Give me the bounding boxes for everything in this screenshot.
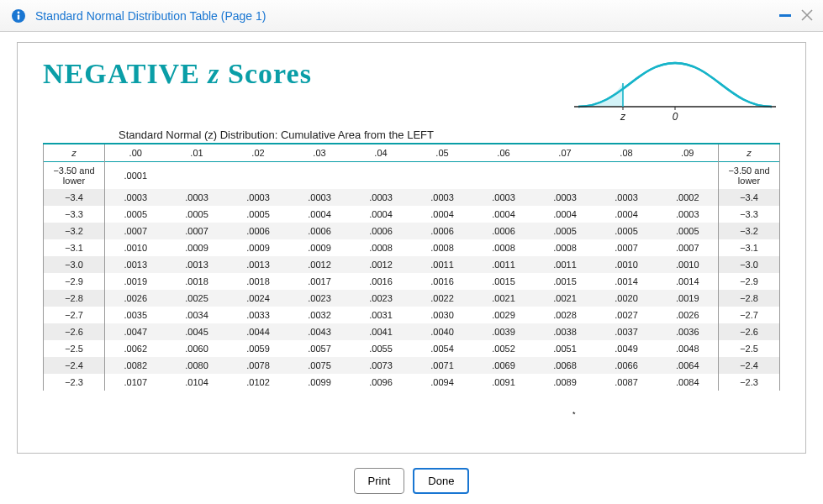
table-row: −2.8.0026.0025.0024.0023.0023.0022.0021.… — [44, 290, 780, 307]
z-cell: .0071 — [412, 357, 473, 374]
z-cell: .0015 — [473, 273, 535, 290]
z-cell: .0038 — [535, 323, 596, 340]
z-table-col-header: .02 — [228, 144, 289, 162]
z-cell: .0102 — [228, 374, 289, 391]
z-cell: .0080 — [166, 357, 228, 374]
z-cell: .0006 — [228, 223, 289, 239]
z-cell: .0064 — [657, 357, 719, 374]
curve-label-z: z — [620, 111, 626, 123]
close-button[interactable] — [801, 8, 813, 24]
z-cell: .0011 — [412, 256, 473, 273]
z-cell: .0040 — [412, 323, 473, 340]
z-cell: .0011 — [535, 256, 596, 273]
z-cell: .0035 — [105, 307, 166, 323]
table-row: −2.6.0047.0045.0044.0043.0041.0040.0039.… — [44, 323, 780, 340]
z-cell: .0055 — [351, 340, 412, 357]
z-row-label-right: −2.6 — [719, 323, 780, 340]
z-table-col-header: z — [719, 144, 780, 162]
z-cell: .0005 — [166, 206, 228, 223]
print-button[interactable]: Print — [354, 468, 405, 494]
z-cell: .0051 — [535, 340, 596, 357]
z-cell: .0007 — [166, 223, 228, 239]
z-cell: .0021 — [473, 290, 535, 307]
z-cell: .0016 — [412, 273, 473, 290]
z-cell: .0006 — [412, 223, 473, 239]
z-cell: .0037 — [596, 323, 657, 340]
z-cell: .0024 — [228, 290, 289, 307]
z-cell: .0001 — [105, 162, 166, 190]
z-row-label: −3.1 — [44, 239, 105, 256]
z-cell: .0008 — [412, 239, 473, 256]
z-row-label: −2.4 — [44, 357, 105, 374]
done-button[interactable]: Done — [413, 468, 469, 494]
z-cell: .0094 — [412, 374, 473, 391]
page-heading: NEGATIVE z Scores — [43, 58, 312, 90]
z-cell: .0003 — [535, 189, 596, 206]
z-cell: .0091 — [473, 374, 535, 391]
table-row: −3.3.0005.0005.0005.0004.0004.0004.0004.… — [44, 206, 780, 223]
z-table-col-header: z — [44, 144, 105, 162]
z-cell: .0009 — [228, 239, 289, 256]
z-cell: .0023 — [351, 290, 412, 307]
minimize-button[interactable] — [779, 14, 791, 17]
z-cell: .0031 — [351, 307, 412, 323]
z-cell: .0005 — [535, 223, 596, 239]
z-cell: .0007 — [657, 239, 719, 256]
z-table-col-header: .00 — [105, 144, 166, 162]
z-cell: .0003 — [105, 189, 166, 206]
z-cell: .0020 — [596, 290, 657, 307]
z-cell — [166, 162, 228, 190]
z-table-col-header: .06 — [473, 144, 535, 162]
z-row-label-right: −3.4 — [719, 189, 780, 206]
z-cell: .0011 — [473, 256, 535, 273]
z-cell: .0008 — [351, 239, 412, 256]
z-cell: .0003 — [228, 189, 289, 206]
z-row-label-right: −2.9 — [719, 273, 780, 290]
z-cell: .0004 — [535, 206, 596, 223]
z-cell: .0018 — [228, 273, 289, 290]
z-cell: .0049 — [596, 340, 657, 357]
heading-word-z: z — [208, 58, 219, 89]
z-cell: .0048 — [657, 340, 719, 357]
z-cell: .0087 — [596, 374, 657, 391]
z-row-label: −2.7 — [44, 307, 105, 323]
z-cell: .0003 — [412, 189, 473, 206]
window-title: Standard Normal Distribution Table (Page… — [35, 9, 779, 23]
content-frame: NEGATIVE z Scores z 0 Standard Normal — [17, 42, 806, 454]
z-table-col-header: .08 — [596, 144, 657, 162]
z-cell: .0107 — [105, 374, 166, 391]
z-cell: .0017 — [289, 273, 351, 290]
curve-label-0: 0 — [673, 111, 678, 123]
table-row: −3.4.0003.0003.0003.0003.0003.0003.0003.… — [44, 189, 780, 206]
z-cell: .0060 — [166, 340, 228, 357]
z-cell: .0078 — [228, 357, 289, 374]
z-row-label-right: −2.5 — [719, 340, 780, 357]
z-cell: .0029 — [473, 307, 535, 323]
svg-point-1 — [18, 11, 20, 13]
z-cell: .0013 — [166, 256, 228, 273]
z-cell: .0005 — [228, 206, 289, 223]
z-table-col-header: .04 — [351, 144, 412, 162]
z-row-label: −2.8 — [44, 290, 105, 307]
z-cell: .0003 — [473, 189, 535, 206]
table-row: −2.7.0035.0034.0033.0032.0031.0030.0029.… — [44, 307, 780, 323]
z-cell: .0054 — [412, 340, 473, 357]
z-cell: .0008 — [535, 239, 596, 256]
z-cell — [228, 162, 289, 190]
z-table-col-header: .09 — [657, 144, 719, 162]
z-row-label: −2.9 — [44, 273, 105, 290]
z-cell: .0003 — [166, 189, 228, 206]
z-cell: .0004 — [351, 206, 412, 223]
z-row-label-right: −3.3 — [719, 206, 780, 223]
table-row: −3.0.0013.0013.0013.0012.0012.0011.0011.… — [44, 256, 780, 273]
z-cell: .0075 — [289, 357, 351, 374]
z-cell: .0003 — [657, 206, 719, 223]
z-cell: .0012 — [351, 256, 412, 273]
footnote-star: * — [572, 410, 576, 418]
z-cell: .0073 — [351, 357, 412, 374]
z-table: z.00.01.02.03.04.05.06.07.08.09z −3.50 a… — [43, 143, 780, 391]
z-cell: .0014 — [596, 273, 657, 290]
z-cell: .0013 — [105, 256, 166, 273]
z-cell: .0005 — [596, 223, 657, 239]
z-cell: .0089 — [535, 374, 596, 391]
